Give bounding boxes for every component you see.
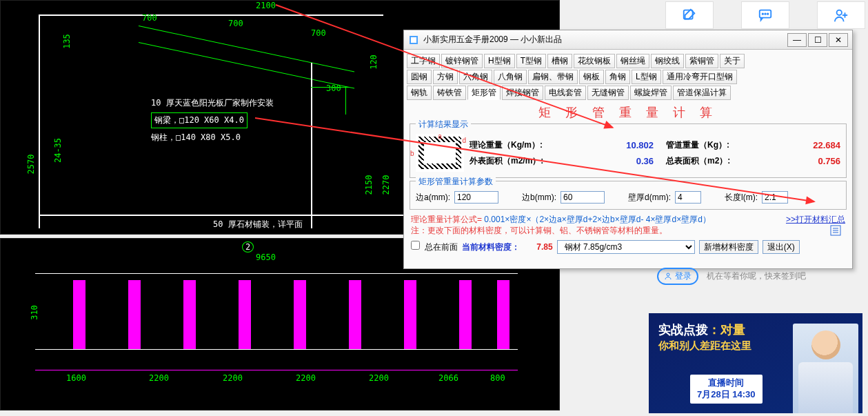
tab[interactable]: 钢绞线 [651, 54, 684, 68]
promo-portrait-icon [793, 324, 858, 413]
promo-title-a: 实战点拨 [658, 323, 708, 337]
tab[interactable]: 工字钢 [407, 54, 440, 68]
cad-note: 钢柱，□140 X80 X5.0 [151, 132, 241, 143]
tab-row-3: 钢轨 铸铁管 矩形管 焊接钢管 电线套管 无缝钢管 螺旋焊管 管道保温计算 [407, 86, 849, 100]
ontop-label: 总在前面 [425, 242, 458, 252]
app-icon [408, 34, 419, 46]
tab[interactable]: 圆钢 [407, 70, 432, 84]
page-title: 矩 形 管 重 量 计 算 [404, 104, 852, 121]
result-area-total: 0.756 [785, 156, 840, 166]
login-hint: 登录 机在等着你呢，快来签到吧 [649, 262, 862, 290]
chat-icon[interactable] [741, 1, 789, 29]
cad-dim: 2570 [26, 155, 36, 175]
add-user-icon[interactable] [817, 1, 865, 29]
result-area-per-m: 0.36 [598, 156, 654, 166]
tab[interactable]: 铸铁管 [433, 86, 466, 100]
result-key: 总表面积（m2）: [666, 155, 773, 167]
tab[interactable]: 扁钢、带钢 [528, 70, 578, 84]
tab[interactable]: L型钢 [632, 70, 661, 84]
cad-dim: 2200 [223, 373, 243, 383]
svg-point-11 [837, 10, 842, 15]
promo-banner[interactable]: 实战点拨：对量 你和别人差距在这里 直播时间 7月28日 14:30 [649, 313, 862, 413]
formula-block: 理论重量计算公式= 0.001×密度×（2×边a×壁厚d+2×边b×壁厚d- 4… [411, 214, 845, 236]
length-label: 长度l(m): [725, 192, 758, 204]
cad-dim: 700 [311, 28, 326, 38]
minimize-button[interactable]: — [787, 33, 807, 47]
add-density-button[interactable]: 新增材料密度 [699, 240, 758, 254]
result-weight-per-m: 10.802 [598, 140, 654, 150]
thickness-input[interactable] [675, 191, 701, 204]
login-chip-text: 登录 [675, 270, 692, 282]
formula-expression: 0.001×密度×（2×边a×壁厚d+2×边b×壁厚d- 4×壁厚d×壁厚d） [484, 215, 711, 224]
result-weight-total: 22.684 [785, 140, 840, 150]
cad-note: 50 厚石材铺装，详平面 [213, 219, 303, 230]
cad-dim: 2150 [364, 175, 374, 195]
material-select[interactable]: 钢材 7.85g/cm3 [557, 240, 695, 254]
tab[interactable]: 通用冷弯开口型钢 [663, 70, 737, 84]
write-icon[interactable] [665, 1, 714, 29]
tab[interactable]: 钢丝绳 [616, 54, 649, 68]
tab[interactable]: 花纹钢板 [574, 54, 615, 68]
icon-b-label: b [410, 149, 414, 157]
tab[interactable]: 槽钢 [547, 54, 572, 68]
cad-dim: 700 [228, 19, 243, 28]
cad-dim: 800 [490, 373, 505, 383]
tab-row-1: 工字钢 镀锌钢管 H型钢 T型钢 槽钢 花纹钢板 钢丝绳 钢绞线 紫铜管 关于 [407, 54, 849, 68]
titlebar[interactable]: 小新实用五金手册2009 — 小小新出品 — ☐ ✕ [404, 30, 852, 50]
close-button[interactable]: ✕ [829, 33, 848, 47]
summary-icon[interactable] [830, 225, 841, 239]
tab[interactable]: 角钢 [605, 70, 630, 84]
svg-point-14 [667, 273, 669, 276]
login-chip[interactable]: 登录 [657, 268, 698, 285]
side-a-input[interactable] [454, 191, 498, 204]
tab[interactable]: 紫铜管 [685, 54, 718, 68]
cad-dim: 24-35 [53, 138, 63, 163]
cad-dim: 2200 [149, 373, 169, 383]
params-group: 矩形管重量计算参数 边a(mm): 边b(mm): 壁厚d(mm): 长度l(m… [410, 181, 847, 210]
tab[interactable]: 螺旋焊管 [630, 86, 672, 100]
tab[interactable]: 关于 [720, 54, 745, 68]
promo-title-sep: ： [708, 323, 720, 337]
tab[interactable]: 八角钢 [494, 70, 527, 84]
cad-note: 10 厚天蓝色阳光板厂家制作安装 [151, 97, 274, 109]
tab[interactable]: T型钢 [516, 54, 546, 68]
cad-dim: 300 [326, 83, 341, 93]
tab[interactable]: 管道保温计算 [673, 86, 731, 100]
login-hint-text: 机在等着你呢，快来签到吧 [707, 270, 806, 282]
tab[interactable]: H型钢 [484, 54, 515, 68]
svg-point-8 [763, 13, 763, 14]
tab[interactable]: 方钢 [433, 70, 458, 84]
cad-dim: 120 [369, 55, 379, 70]
side-b-label: 边b(mm): [522, 192, 556, 204]
formula-note: 注：更改下面的材料密度，可以计算铜、铝、不锈钢管等材料的重量。 [411, 226, 667, 235]
side-a-label: 边a(mm): [416, 192, 450, 204]
promo-live-label: 直播时间 [697, 377, 756, 389]
cad-dim: 2200 [296, 373, 316, 383]
tab[interactable]: 钢板 [579, 70, 604, 84]
cad-bubble: 2 [242, 241, 254, 252]
promo-time-box: 直播时间 7月28日 14:30 [690, 375, 763, 404]
promo-title-b: 对量 [720, 323, 745, 337]
cad-dim: 2200 [369, 373, 389, 383]
section-diagram-icon: a b d [416, 134, 464, 172]
maximize-button[interactable]: ☐ [808, 33, 827, 47]
results-legend: 计算结果显示 [416, 119, 471, 130]
right-icon-row [665, 1, 865, 29]
cad-dim: 9650 [256, 252, 276, 262]
bottom-bar: 总在前面 当前材料密度： 7.85 钢材 7.85g/cm3 新增材料密度 退出… [411, 240, 845, 254]
tab[interactable]: 无缝钢管 [587, 86, 629, 100]
cad-dim: 135 [62, 34, 72, 49]
exit-button[interactable]: 退出(X) [763, 240, 800, 254]
result-key: 管道重量（Kg）: [666, 139, 773, 151]
open-materials-link[interactable]: >>打开材料汇总 [786, 214, 845, 225]
icon-d-label: d [462, 137, 466, 144]
svg-point-10 [767, 13, 768, 14]
svg-rect-1 [411, 37, 416, 43]
always-on-top-checkbox[interactable]: 总在前面 [411, 241, 458, 253]
tab[interactable]: 焊接钢管 [502, 86, 543, 100]
side-b-input[interactable] [561, 191, 605, 204]
tab[interactable]: 电线套管 [545, 86, 586, 100]
tab[interactable]: 钢轨 [407, 86, 432, 100]
result-key: 理论重量（Kg/m）: [470, 139, 586, 151]
tab-active[interactable]: 矩形管 [467, 86, 501, 100]
